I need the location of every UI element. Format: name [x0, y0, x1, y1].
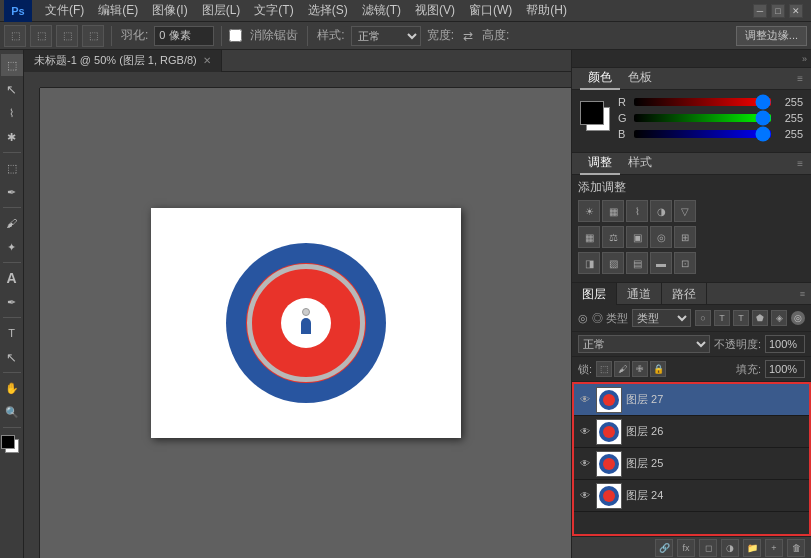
tool-marquee[interactable]: ⬚ — [1, 54, 23, 76]
color-panel-menu-icon[interactable]: ≡ — [797, 73, 803, 84]
menu-view[interactable]: 视图(V) — [408, 0, 462, 21]
blend-mode-select[interactable]: 正常 — [578, 335, 710, 353]
adj-posterize[interactable]: ▧ — [602, 252, 624, 274]
tab-styles[interactable]: 样式 — [620, 152, 660, 175]
adj-channel[interactable]: ⊞ — [674, 226, 696, 248]
tab-close-icon[interactable]: ✕ — [203, 55, 211, 66]
tab-channels[interactable]: 通道 — [617, 283, 662, 305]
tool-clone[interactable]: ✦ — [1, 236, 23, 258]
layer-item[interactable]: 👁 图层 26 — [574, 416, 809, 448]
tool-options-icon4[interactable]: ⬚ — [82, 25, 104, 47]
layer-item[interactable]: 👁 图层 27 — [574, 384, 809, 416]
tool-options-icon2[interactable]: ⬚ — [30, 25, 52, 47]
menu-file[interactable]: 文件(F) — [38, 0, 91, 21]
menu-layer[interactable]: 图层(L) — [195, 0, 248, 21]
add-adjustment-icon[interactable]: ◑ — [721, 539, 739, 557]
fg-bg-swatches[interactable] — [580, 101, 614, 135]
fg-color-large[interactable] — [580, 101, 604, 125]
filter-adjustment-icon[interactable]: T — [714, 310, 730, 326]
filter-pixel-icon[interactable]: ○ — [695, 310, 711, 326]
lock-paint-icon[interactable]: 🖌 — [614, 361, 630, 377]
adj-hsl[interactable]: ▦ — [578, 226, 600, 248]
fill-input[interactable] — [765, 360, 805, 378]
style-select[interactable]: 正常 固定比例 固定大小 — [351, 26, 421, 46]
kind-select[interactable]: 类型 — [632, 309, 691, 327]
adj-exposure[interactable]: ◑ — [650, 200, 672, 222]
layers-panel-menu[interactable]: ≡ — [794, 289, 811, 299]
adj-selective[interactable]: ⊡ — [674, 252, 696, 274]
delete-layer-icon[interactable]: 🗑 — [787, 539, 805, 557]
feather-input[interactable] — [154, 26, 214, 46]
opacity-input[interactable] — [765, 335, 805, 353]
tool-brush[interactable]: 🖌 — [1, 212, 23, 234]
adj-levels[interactable]: ▦ — [602, 200, 624, 222]
tool-options-icon1[interactable]: ⬚ — [4, 25, 26, 47]
adj-photofilter[interactable]: ◎ — [650, 226, 672, 248]
tool-crop[interactable]: ⬚ — [1, 157, 23, 179]
tool-text[interactable]: A — [1, 267, 23, 289]
tab-layers[interactable]: 图层 — [572, 283, 617, 305]
tool-direct-select[interactable]: ↖ — [1, 346, 23, 368]
swap-icon[interactable]: ⇄ — [460, 28, 476, 44]
add-mask-icon[interactable]: ◻ — [699, 539, 717, 557]
close-button[interactable]: ✕ — [789, 4, 803, 18]
menu-window[interactable]: 窗口(W) — [462, 0, 519, 21]
antialias-checkbox[interactable] — [229, 29, 242, 42]
tool-magic-wand[interactable]: ✱ — [1, 126, 23, 148]
adj-curves[interactable]: ⌇ — [626, 200, 648, 222]
red-slider[interactable] — [634, 98, 771, 106]
layer-item[interactable]: 👁 图层 24 — [574, 480, 809, 512]
filter-toggle[interactable]: ◎ — [791, 311, 805, 325]
tool-lasso[interactable]: ⌇ — [1, 102, 23, 124]
new-layer-icon[interactable]: + — [765, 539, 783, 557]
minimize-button[interactable]: ─ — [753, 4, 767, 18]
blue-slider[interactable] — [634, 130, 771, 138]
adj-panel-menu-icon[interactable]: ≡ — [797, 158, 803, 169]
new-group-icon[interactable]: 📁 — [743, 539, 761, 557]
adj-bw[interactable]: ▣ — [626, 226, 648, 248]
lock-move-icon[interactable]: ✙ — [632, 361, 648, 377]
color-swatches[interactable] — [1, 435, 23, 457]
tool-pen[interactable]: ✒ — [1, 291, 23, 313]
adj-brightness[interactable]: ☀ — [578, 200, 600, 222]
tab-swatches[interactable]: 色板 — [620, 67, 660, 90]
tool-zoom[interactable]: 🔍 — [1, 401, 23, 423]
layer-visibility-icon[interactable]: 👁 — [578, 425, 592, 439]
menu-text[interactable]: 文字(T) — [247, 0, 300, 21]
restore-button[interactable]: □ — [771, 4, 785, 18]
menu-select[interactable]: 选择(S) — [301, 0, 355, 21]
panel-collapse-icon[interactable]: » — [802, 54, 807, 64]
lock-transparent-icon[interactable]: ⬚ — [596, 361, 612, 377]
menu-edit[interactable]: 编辑(E) — [91, 0, 145, 21]
filter-type-icon[interactable]: T — [733, 310, 749, 326]
adjust-edge-button[interactable]: 调整边缘... — [736, 26, 807, 46]
document-tab[interactable]: 未标题-1 @ 50% (图层 1, RGB/8) ✕ — [24, 50, 222, 72]
tab-paths[interactable]: 路径 — [662, 283, 707, 305]
menu-help[interactable]: 帮助(H) — [519, 0, 574, 21]
fg-color-swatch[interactable] — [1, 435, 15, 449]
tool-hand[interactable]: ✋ — [1, 377, 23, 399]
filter-shape-icon[interactable]: ⬟ — [752, 310, 768, 326]
tool-eyedropper[interactable]: ✒ — [1, 181, 23, 203]
link-layers-icon[interactable]: 🔗 — [655, 539, 673, 557]
adj-gradient[interactable]: ▬ — [650, 252, 672, 274]
menu-filter[interactable]: 滤镜(T) — [355, 0, 408, 21]
tab-adjustments[interactable]: 调整 — [580, 152, 620, 175]
adj-invert[interactable]: ◨ — [578, 252, 600, 274]
layer-item[interactable]: 👁 图层 25 — [574, 448, 809, 480]
tool-shape[interactable]: T — [1, 322, 23, 344]
adj-vibrance[interactable]: ▽ — [674, 200, 696, 222]
green-slider[interactable] — [634, 114, 771, 122]
adj-colorbalance[interactable]: ⚖ — [602, 226, 624, 248]
lock-all-icon[interactable]: 🔒 — [650, 361, 666, 377]
layer-visibility-icon[interactable]: 👁 — [578, 489, 592, 503]
tool-options-icon3[interactable]: ⬚ — [56, 25, 78, 47]
layer-visibility-icon[interactable]: 👁 — [578, 393, 592, 407]
filter-smart-icon[interactable]: ◈ — [771, 310, 787, 326]
add-style-icon[interactable]: fx — [677, 539, 695, 557]
tool-move[interactable]: ↖ — [1, 78, 23, 100]
tab-color[interactable]: 颜色 — [580, 67, 620, 90]
menu-image[interactable]: 图像(I) — [145, 0, 194, 21]
adj-threshold[interactable]: ▤ — [626, 252, 648, 274]
layer-visibility-icon[interactable]: 👁 — [578, 457, 592, 471]
